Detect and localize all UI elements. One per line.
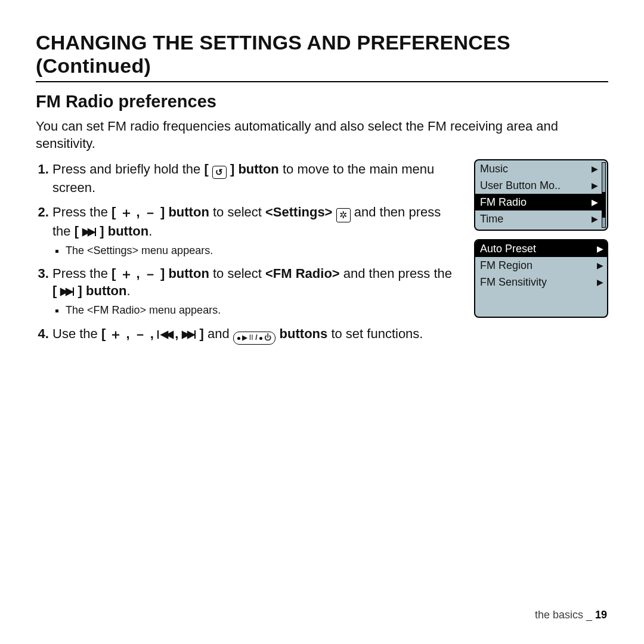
step-bold: <FM Radio>: [265, 266, 340, 281]
scrollbar: [602, 162, 606, 228]
footer-sep: _: [583, 609, 595, 621]
step-bold: <Settings>: [265, 205, 332, 219]
menu-item-label: Auto Preset: [480, 243, 536, 255]
menu-item: FM Radio▶: [475, 194, 602, 210]
chevron-right-icon: ▶: [592, 197, 598, 207]
step-text: Press and briefly hold the: [52, 162, 204, 177]
gear-icon: ✲: [336, 208, 351, 222]
menu-item-label: Time: [480, 213, 503, 225]
minus-icon: －: [144, 205, 157, 220]
menu-item: Music▶: [475, 160, 602, 177]
step-list: Press and briefly hold the [ ↺ ] button …: [36, 160, 459, 345]
fast-forward-icon: [82, 226, 93, 237]
plus-icon: ＋: [109, 327, 122, 342]
step-text: Press the: [52, 205, 112, 219]
step-bold: [ ＋ , － , , ]: [101, 326, 204, 341]
step-text: to select: [209, 205, 265, 219]
fast-forward-icon: [182, 329, 193, 340]
step-text: and: [204, 326, 233, 341]
step-bold: [ ＋ , － ] button: [112, 266, 209, 281]
step-bold: [ ] button: [75, 224, 148, 239]
section-intro: You can set FM radio frequencies automat…: [36, 117, 608, 152]
menu-item: Auto Preset▶: [475, 240, 607, 257]
step-bold: [ ] button: [52, 283, 126, 298]
page-title: CHANGING THE SETTINGS AND PREFERENCES (C…: [36, 31, 608, 78]
step-text: Use the: [52, 326, 101, 341]
device-screens: Music▶User Button Mo..▶FM Radio▶Time▶ Au…: [474, 159, 608, 318]
step-sub: The <FM Radio> menu appears.: [52, 303, 459, 317]
section-title: FM Radio preferences: [36, 92, 608, 112]
chevron-right-icon: ▶: [592, 214, 598, 224]
menu-item-label: FM Radio: [480, 196, 527, 209]
step-text: to select: [209, 266, 265, 281]
chevron-right-icon: ▶: [592, 181, 598, 190]
step-text: to set functions.: [327, 326, 423, 341]
menu-item-label: FM Region: [480, 259, 532, 272]
instructions: Press and briefly hold the [ ↺ ] button …: [36, 160, 459, 352]
manual-page: CHANGING THE SETTINGS AND PREFERENCES (C…: [0, 0, 644, 644]
footer-page-number: 19: [595, 609, 607, 621]
step-text: Press the: [52, 266, 112, 281]
step-sub-item: The <FM Radio> menu appears.: [66, 303, 459, 317]
device-screen-settings: Music▶User Button Mo..▶FM Radio▶Time▶: [474, 159, 608, 231]
title-rule: [36, 81, 608, 82]
minus-icon: －: [134, 327, 147, 342]
step-3: Press the [ ＋ , － ] button to select <FM…: [52, 265, 459, 317]
plus-icon: ＋: [120, 267, 133, 281]
step-2: Press the [ ＋ , － ] button to select <Se…: [52, 203, 459, 258]
chevron-right-icon: ▶: [597, 244, 603, 253]
menu-item-label: User Button Mo..: [480, 179, 561, 192]
menu-item-label: FM Sensitivity: [480, 276, 547, 289]
step-bold: buttons: [280, 326, 328, 341]
plus-icon: ＋: [120, 205, 133, 220]
menu-item-label: Music: [480, 163, 508, 175]
step-4: Use the [ ＋ , － , , ] and ▶II/ buttons t…: [52, 325, 459, 345]
footer-section: the basics: [535, 609, 583, 621]
step-bold: [ ＋ , － ] button: [112, 205, 209, 219]
menu-item: FM Region▶: [475, 257, 607, 274]
menu-item: FM Sensitivity▶: [475, 274, 607, 290]
minus-icon: －: [144, 267, 157, 281]
scrollbar-thumb: [602, 192, 605, 218]
fast-forward-icon: [60, 286, 71, 297]
body-row: Press and briefly hold the [ ↺ ] button …: [36, 160, 608, 352]
step-sub-item: The <Settings> menu appears.: [66, 243, 459, 258]
step-text: and then press the: [340, 266, 452, 281]
menu-item: Time▶: [475, 210, 602, 227]
menu-item: User Button Mo..▶: [475, 177, 602, 194]
page-footer: the basics _ 19: [535, 609, 607, 621]
chevron-right-icon: ▶: [597, 277, 603, 287]
play-pause-power-button-icon: ▶II/: [233, 332, 276, 345]
step-bold: [ ↺ ] button: [204, 162, 278, 177]
back-icon: ↺: [212, 166, 227, 179]
device-screen-fm-radio: Auto Preset▶FM Region▶FM Sensitivity▶: [474, 239, 608, 318]
chevron-right-icon: ▶: [597, 261, 603, 270]
step-1: Press and briefly hold the [ ↺ ] button …: [52, 160, 459, 196]
fast-rewind-icon: [160, 329, 171, 340]
step-sub: The <Settings> menu appears.: [52, 243, 459, 258]
chevron-right-icon: ▶: [592, 164, 598, 174]
